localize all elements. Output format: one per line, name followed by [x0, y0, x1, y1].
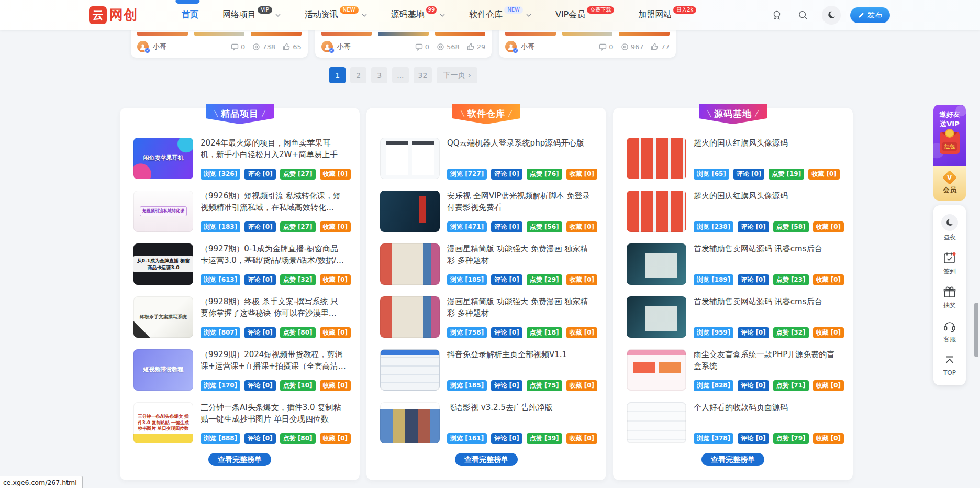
item-title[interactable]: 安乐视 全网VIP蓝光视频解析脚本 免登录付费影视免费看	[447, 191, 593, 214]
rank-list-item[interactable]: 闲鱼卖苹果耳机 2024年最火爆的项目，闲鱼卖苹果耳机，新手小白轻松月入2W+简…	[133, 138, 346, 180]
author-name[interactable]: 小哥	[521, 42, 534, 51]
item-title[interactable]: （9928期）终极 杀手文案-撰写系统 只要你掌握了这些秘诀 你可以在沙漠里…	[201, 296, 346, 319]
page-button[interactable]: 2	[350, 67, 366, 83]
customer-service-button[interactable]: 客服	[933, 315, 966, 349]
item-title[interactable]: QQ云端机器人登录系统php源码开心版	[447, 138, 593, 149]
nav-item-projects[interactable]: 网络项目 VIP	[222, 0, 281, 30]
rank-list-item[interactable]: 漫画星精简版 功能强大 免费漫画 独家精彩 多种题材 浏览 [758] 评论 […	[380, 296, 593, 338]
nav-item-news[interactable]: 活动资讯 NEW	[305, 0, 367, 30]
item-title[interactable]: 雨尘交友盲盒系统一款PHP开源免费的盲盒系统	[694, 349, 839, 372]
item-thumbnail[interactable]	[380, 349, 440, 391]
item-title[interactable]: （9927期）0-1成为金牌直播-橱窗商品卡运营3.0，基础/货品/场景/话术/…	[201, 243, 346, 267]
avatar[interactable]: ✔	[321, 41, 333, 52]
post-card[interactable]: ✔ 小哥 0 738 65	[131, 30, 308, 58]
item-title[interactable]: 个人好看的收款码页面源码	[694, 402, 839, 414]
item-thumbnail[interactable]: 终极杀手文案撰写系统	[133, 296, 193, 338]
item-thumbnail[interactable]: 三分钟一条AI头条爆文 插件3.0 复制粘贴 一键生成抄书图片 单日变现四位数	[133, 402, 193, 443]
view-full-list-button[interactable]: 查看完整榜单	[701, 453, 764, 466]
rank-list-item[interactable]: 超火的国庆红旗风头像源码 浏览 [65] 评论 [0] 点赞 [19] 收藏 […	[627, 138, 839, 180]
rank-list-item[interactable]: 飞语影视 v3.2.5去广告纯净版 浏览 [161] 评论 [0] 点赞 [39…	[380, 402, 593, 444]
item-title[interactable]: 三分钟一条AI头条爆文，插件3.0 复制粘贴一键生成抄书图片 单日变现四位数	[201, 402, 346, 425]
pencil-icon	[858, 12, 864, 18]
item-thumbnail[interactable]	[380, 138, 440, 179]
rank-list-item[interactable]: 三分钟一条AI头条爆文 插件3.0 复制粘贴 一键生成抄书图片 单日变现四位数 …	[133, 402, 346, 444]
rank-list-item[interactable]: 短视频带货教程 （9929期）2024短视频带货教程，剪辑课+运营课+直播课+拍…	[133, 349, 346, 391]
rank-list-item[interactable]: 个人好看的收款码页面源码 浏览 [378] 评论 [0] 点赞 [79] 收藏 …	[627, 402, 839, 444]
author-name[interactable]: 小哥	[337, 42, 351, 51]
column-title: 源码基地	[714, 108, 752, 120]
red-envelope-icon[interactable]: 红包	[940, 132, 960, 154]
avatar[interactable]: ✔	[505, 41, 517, 52]
check-in-button[interactable]: 签到	[933, 247, 966, 281]
view-full-list-button[interactable]: 查看完整榜单	[455, 453, 518, 466]
item-title[interactable]: 超火的国庆红旗风头像源码	[694, 191, 839, 202]
item-title[interactable]: （9929期）2024短视频带货教程，剪辑课+运营课+直播课+拍摄课（全套高清…	[201, 349, 346, 372]
item-thumbnail[interactable]: 从0-1成为金牌直播 橱窗商品卡运营3.0	[133, 243, 193, 285]
rank-list-item[interactable]: 从0-1成为金牌直播 橱窗商品卡运营3.0 （9927期）0-1成为金牌直播-橱…	[133, 243, 346, 285]
author-name[interactable]: 小哥	[153, 42, 166, 51]
item-thumbnail[interactable]	[380, 243, 440, 285]
rank-list-item[interactable]: 雨尘交友盲盒系统一款PHP开源免费的盲盒系统 浏览 [828] 评论 [0] 点…	[627, 349, 839, 391]
page-button[interactable]: ...	[392, 67, 408, 83]
item-thumbnail[interactable]	[627, 191, 686, 232]
item-thumbnail[interactable]	[627, 402, 686, 443]
item-stats: 浏览 [189] 评论 [0] 点赞 [23] 收藏 [0]	[694, 274, 839, 285]
item-thumbnail[interactable]	[627, 138, 686, 179]
lottery-button[interactable]: 抽奖	[933, 281, 966, 315]
item-title[interactable]: 抖音免登录解析主页全部视频V1.1	[447, 349, 593, 361]
item-title[interactable]: 超火的国庆红旗风头像源码	[694, 138, 839, 149]
rank-list-item[interactable]: 短视频引流私域转化课 （9926期）短视频引流 私域转化课，短视频精准引流私域，…	[133, 191, 346, 232]
item-thumbnail[interactable]: 短视频引流私域转化课	[133, 191, 193, 232]
page-button[interactable]: 1	[329, 67, 346, 83]
scrollbar-thumb[interactable]	[974, 303, 978, 357]
invite-vip-banner[interactable]: 邀好友 送VIP 红包	[933, 105, 966, 166]
publish-button[interactable]: 发布	[850, 7, 890, 23]
rank-list-item[interactable]: 终极杀手文案撰写系统 （9928期）终极 杀手文案-撰写系统 只要你掌握了这些秘…	[133, 296, 346, 338]
rank-list-item[interactable]: 首发辅助售卖网站源码 讯睿cms后台 浏览 [959] 评论 [0] 点赞 [3…	[627, 296, 839, 338]
next-page-button[interactable]: 下一页›	[437, 67, 477, 83]
view-full-list-button[interactable]: 查看完整榜单	[208, 453, 271, 466]
dark-mode-toggle[interactable]	[822, 6, 841, 25]
nav-item-home[interactable]: 首页	[182, 0, 198, 30]
item-thumbnail[interactable]	[380, 296, 440, 338]
item-thumbnail[interactable]	[380, 402, 440, 443]
post-card[interactable]: ✔ 小哥 0 967 77	[499, 30, 676, 58]
item-thumbnail[interactable]	[380, 191, 440, 232]
nav-item-vip[interactable]: VIP会员 免费下载	[555, 0, 614, 30]
vip-member-button[interactable]: V 会员	[933, 166, 966, 201]
item-title[interactable]: 首发辅助售卖网站源码 讯睿cms后台	[694, 243, 839, 255]
page-button[interactable]: 32	[414, 67, 432, 83]
page-button[interactable]: 3	[371, 67, 387, 83]
rank-list-item[interactable]: 首发辅助售卖网站源码 讯睿cms后台 浏览 [189] 评论 [0] 点赞 [2…	[627, 243, 839, 285]
rank-list-item[interactable]: 安乐视 全网VIP蓝光视频解析脚本 免登录付费影视免费看 浏览 [471] 评论…	[380, 191, 593, 232]
views-stat: 738	[252, 43, 275, 51]
item-thumbnail[interactable]	[627, 243, 686, 285]
rank-list-item[interactable]: 抖音免登录解析主页全部视频V1.1 浏览 [185] 评论 [0] 点赞 [75…	[380, 349, 593, 391]
item-thumbnail[interactable]	[627, 349, 686, 391]
avatar[interactable]: ✔	[137, 41, 149, 52]
medal-icon[interactable]	[771, 9, 783, 21]
nav-item-join[interactable]: 加盟网站 日入2k	[638, 0, 696, 30]
rank-list: QQ云端机器人登录系统php源码开心版 浏览 [727] 评论 [0] 点赞 […	[380, 138, 593, 444]
back-to-top-button[interactable]: TOP	[933, 349, 966, 381]
search-icon[interactable]	[798, 10, 808, 20]
item-thumbnail[interactable]: 闲鱼卖苹果耳机	[133, 138, 193, 179]
post-card[interactable]: ✔ 小哥 0 568 29	[315, 30, 492, 58]
ranking-column-software: ╲ 软件仓库 ╱ QQ云端机器人登录系统php源码开心版 浏览 [727] 评论…	[366, 108, 606, 480]
item-title[interactable]: 首发辅助售卖网站源码 讯睿cms后台	[694, 296, 839, 308]
item-title[interactable]: 漫画星精简版 功能强大 免费漫画 独家精彩 多种题材	[447, 296, 593, 319]
item-title[interactable]: 漫画星精简版 功能强大 免费漫画 独家精彩 多种题材	[447, 243, 593, 267]
nav-item-software[interactable]: 软件仓库 NEW	[469, 0, 531, 30]
site-logo[interactable]: 云 网创	[89, 6, 138, 24]
item-title[interactable]: 飞语影视 v3.2.5去广告纯净版	[447, 402, 593, 414]
item-title[interactable]: （9926期）短视频引流 私域转化课，短视频精准引流私域，在私域高效转化…	[201, 191, 346, 214]
rank-list-item[interactable]: QQ云端机器人登录系统php源码开心版 浏览 [727] 评论 [0] 点赞 […	[380, 138, 593, 180]
item-title[interactable]: 2024年最火爆的项目，闲鱼卖苹果耳机，新手小白轻松月入2W+简单易上手	[201, 138, 346, 161]
day-night-toggle[interactable]: 昼夜	[933, 209, 966, 247]
nav-item-source-base[interactable]: 源码基地 99	[391, 0, 446, 30]
rank-list-item[interactable]: 超火的国庆红旗风头像源码 浏览 [238] 评论 [0] 点赞 [58] 收藏 …	[627, 191, 839, 232]
rank-list-item[interactable]: 漫画星精简版 功能强大 免费漫画 独家精彩 多种题材 浏览 [185] 评论 […	[380, 243, 593, 285]
item-thumbnail[interactable]: 短视频带货教程	[133, 349, 193, 391]
item-stats: 浏览 [170] 评论 [0] 点赞 [10] 收藏 [0]	[201, 380, 346, 391]
item-thumbnail[interactable]	[627, 296, 686, 338]
